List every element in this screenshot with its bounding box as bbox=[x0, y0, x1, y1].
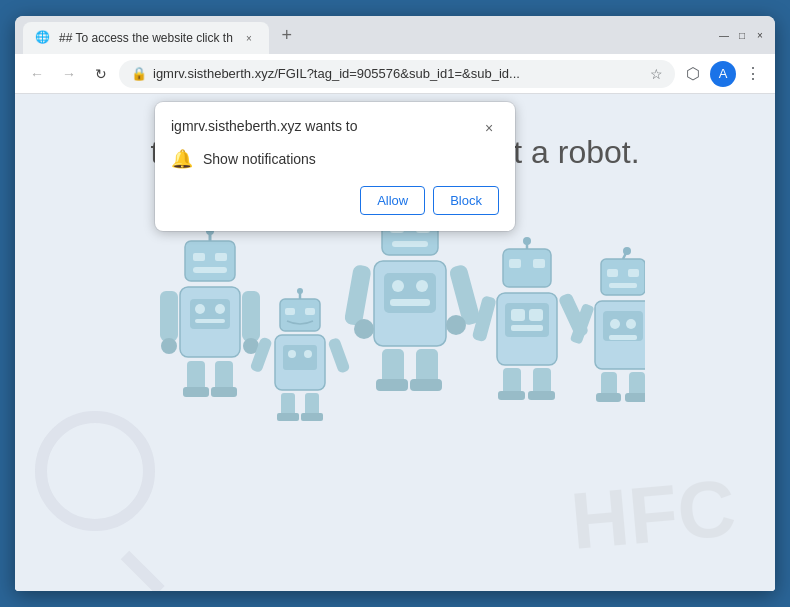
tab-close-button[interactable]: × bbox=[241, 30, 257, 46]
svg-point-43 bbox=[416, 280, 428, 292]
close-button[interactable]: × bbox=[753, 28, 767, 42]
new-tab-button[interactable]: + bbox=[273, 21, 301, 49]
svg-rect-44 bbox=[390, 299, 430, 306]
svg-rect-11 bbox=[187, 361, 205, 391]
svg-point-51 bbox=[354, 319, 374, 339]
svg-point-9 bbox=[215, 304, 225, 314]
popup-title: igmrv.sistheberth.xyz wants to bbox=[171, 118, 357, 134]
svg-rect-56 bbox=[509, 259, 521, 268]
svg-point-20 bbox=[297, 288, 303, 294]
block-button[interactable]: Block bbox=[433, 186, 499, 215]
svg-rect-15 bbox=[160, 291, 178, 341]
svg-rect-13 bbox=[183, 387, 209, 397]
svg-rect-48 bbox=[410, 379, 442, 391]
svg-rect-59 bbox=[505, 303, 549, 337]
robots-illustration bbox=[145, 191, 645, 471]
tab-title: ## To access the website click th bbox=[59, 31, 233, 45]
page-content: to confirm that you are not a robot. bbox=[15, 94, 775, 591]
svg-rect-62 bbox=[511, 325, 543, 331]
allow-button[interactable]: Allow bbox=[360, 186, 425, 215]
title-bar: 🌐 ## To access the website click th × + … bbox=[15, 16, 775, 54]
svg-point-17 bbox=[161, 338, 177, 354]
svg-rect-3 bbox=[193, 253, 205, 261]
notification-popup: igmrv.sistheberth.xyz wants to × 🔔 Show … bbox=[155, 102, 515, 231]
svg-point-70 bbox=[623, 247, 631, 255]
popup-buttons: Allow Block bbox=[171, 186, 499, 215]
svg-rect-14 bbox=[211, 387, 237, 397]
tab-area: 🌐 ## To access the website click th × + bbox=[23, 16, 709, 54]
back-button[interactable]: ← bbox=[23, 60, 51, 88]
svg-point-26 bbox=[288, 350, 296, 358]
watermark-search-circle bbox=[35, 411, 155, 531]
svg-rect-74 bbox=[609, 283, 637, 288]
svg-rect-2 bbox=[185, 241, 235, 281]
svg-rect-60 bbox=[511, 309, 525, 321]
svg-rect-33 bbox=[327, 337, 350, 374]
permission-label: Show notifications bbox=[203, 151, 316, 167]
svg-rect-79 bbox=[609, 335, 637, 340]
address-bar: ← → ↻ 🔒 igmrv.sistheberth.xyz/FGIL?tag_i… bbox=[15, 54, 775, 94]
window-controls: — □ × bbox=[717, 28, 767, 42]
svg-rect-47 bbox=[376, 379, 408, 391]
svg-point-52 bbox=[446, 315, 466, 335]
svg-point-27 bbox=[304, 350, 312, 358]
svg-point-54 bbox=[523, 237, 531, 245]
browser-window: 🌐 ## To access the website click th × + … bbox=[15, 16, 775, 591]
svg-rect-82 bbox=[596, 393, 621, 402]
bell-icon: 🔔 bbox=[171, 148, 193, 170]
profile-avatar: A bbox=[710, 61, 736, 87]
svg-rect-12 bbox=[215, 361, 233, 391]
toolbar-icons: ⬡ A ⋮ bbox=[679, 60, 767, 88]
svg-point-78 bbox=[626, 319, 636, 329]
svg-rect-30 bbox=[277, 413, 299, 421]
popup-close-button[interactable]: × bbox=[479, 118, 499, 138]
svg-rect-65 bbox=[498, 391, 525, 400]
svg-rect-22 bbox=[285, 308, 295, 315]
svg-rect-45 bbox=[382, 349, 404, 384]
svg-rect-71 bbox=[601, 259, 645, 295]
svg-rect-61 bbox=[529, 309, 543, 321]
profile-button[interactable]: A bbox=[709, 60, 737, 88]
svg-rect-73 bbox=[628, 269, 639, 277]
svg-rect-49 bbox=[344, 264, 372, 326]
svg-rect-55 bbox=[503, 249, 551, 287]
svg-rect-7 bbox=[190, 299, 230, 329]
robots-svg bbox=[145, 191, 645, 471]
svg-rect-72 bbox=[607, 269, 618, 277]
lock-icon: 🔒 bbox=[131, 66, 147, 81]
url-text: igmrv.sistheberth.xyz/FGIL?tag_id=905576… bbox=[153, 66, 644, 81]
svg-rect-5 bbox=[193, 267, 227, 273]
svg-point-42 bbox=[392, 280, 404, 292]
svg-rect-16 bbox=[242, 291, 260, 341]
menu-button[interactable]: ⋮ bbox=[739, 60, 767, 88]
tab-favicon: 🌐 bbox=[35, 30, 51, 46]
svg-rect-46 bbox=[416, 349, 438, 384]
active-tab[interactable]: 🌐 ## To access the website click th × bbox=[23, 22, 269, 54]
svg-rect-39 bbox=[392, 241, 428, 247]
svg-rect-57 bbox=[533, 259, 545, 268]
extensions-button[interactable]: ⬡ bbox=[679, 60, 707, 88]
url-box[interactable]: 🔒 igmrv.sistheberth.xyz/FGIL?tag_id=9055… bbox=[119, 60, 675, 88]
forward-button[interactable]: → bbox=[55, 60, 83, 88]
popup-header: igmrv.sistheberth.xyz wants to × bbox=[171, 118, 499, 138]
svg-rect-83 bbox=[625, 393, 645, 402]
watermark-search-handle bbox=[121, 551, 165, 591]
watermark-text: HFC bbox=[567, 462, 739, 568]
svg-point-77 bbox=[610, 319, 620, 329]
popup-permission-row: 🔔 Show notifications bbox=[171, 148, 499, 170]
refresh-button[interactable]: ↻ bbox=[87, 60, 115, 88]
svg-point-8 bbox=[195, 304, 205, 314]
svg-rect-41 bbox=[384, 273, 436, 313]
svg-rect-25 bbox=[283, 345, 317, 370]
minimize-button[interactable]: — bbox=[717, 28, 731, 42]
svg-rect-10 bbox=[195, 319, 225, 323]
svg-rect-66 bbox=[528, 391, 555, 400]
svg-rect-4 bbox=[215, 253, 227, 261]
svg-rect-23 bbox=[305, 308, 315, 315]
bookmark-icon[interactable]: ☆ bbox=[650, 66, 663, 82]
svg-rect-31 bbox=[301, 413, 323, 421]
maximize-button[interactable]: □ bbox=[735, 28, 749, 42]
svg-rect-21 bbox=[280, 299, 320, 331]
